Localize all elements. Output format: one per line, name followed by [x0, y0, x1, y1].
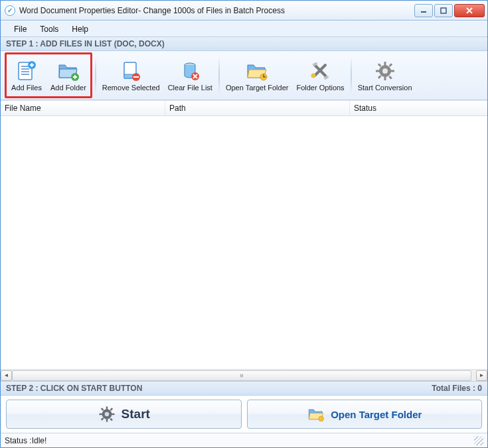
add-files-icon: [15, 60, 38, 82]
toolbar: Add Files Add Folder Remove Selected: [1, 51, 487, 100]
start-conversion-label: Start Conversion: [358, 84, 412, 92]
action-row: Start Open Target Folder: [1, 396, 487, 433]
status-value: Idle!: [32, 436, 47, 445]
add-files-label: Add Files: [11, 84, 42, 92]
svg-rect-24: [377, 63, 381, 67]
total-files-label: Total Files : 0: [142, 384, 482, 393]
svg-rect-26: [388, 63, 392, 67]
add-folder-label: Add Folder: [50, 84, 86, 92]
add-folder-icon: [57, 60, 80, 82]
folder-options-icon: [309, 60, 332, 82]
minimize-icon: [420, 7, 427, 14]
separator-3: [351, 56, 352, 94]
add-files-button[interactable]: Add Files: [7, 56, 46, 95]
svg-point-39: [319, 416, 324, 421]
open-target-folder-label: Open Target Folder: [226, 84, 289, 92]
maximize-icon: [440, 7, 447, 14]
col-file-name[interactable]: File Name: [1, 101, 165, 115]
window: Word Document Properties Editor- Change …: [0, 0, 488, 448]
clear-file-list-icon: [179, 60, 201, 82]
resize-grip[interactable]: [474, 436, 483, 445]
horizontal-scrollbar[interactable]: ◄ ►: [1, 369, 487, 381]
remove-selected-label: Remove Selected: [102, 84, 160, 92]
svg-rect-33: [111, 413, 114, 415]
scroll-thumb[interactable]: [12, 370, 471, 381]
window-title: Word Document Properties Editor- Change …: [19, 6, 413, 15]
open-target-folder-big-icon: [307, 406, 325, 423]
scroll-right-button[interactable]: ►: [476, 370, 487, 381]
separator-2: [218, 56, 220, 94]
open-target-folder-button[interactable]: Open Target Folder: [222, 51, 293, 100]
svg-point-18: [311, 73, 315, 78]
svg-rect-31: [106, 419, 107, 422]
svg-rect-23: [390, 70, 394, 72]
remove-selected-button[interactable]: Remove Selected: [98, 51, 164, 100]
svg-point-38: [104, 412, 109, 417]
open-target-folder-big-button[interactable]: Open Target Folder: [247, 400, 483, 429]
svg-rect-30: [106, 406, 107, 410]
close-icon: [465, 7, 473, 14]
folder-options-button[interactable]: Folder Options: [292, 51, 348, 100]
step2-label: STEP 2 : CLICK ON START BUTTON: [6, 384, 142, 393]
svg-rect-0: [421, 11, 426, 13]
highlighted-group: Add Files Add Folder: [5, 52, 92, 98]
maximize-button[interactable]: [434, 4, 453, 17]
status-label: Status :: [5, 436, 32, 445]
separator-1: [95, 56, 96, 94]
svg-rect-36: [110, 408, 113, 411]
col-path[interactable]: Path: [165, 101, 350, 115]
add-folder-button[interactable]: Add Folder: [46, 56, 90, 95]
titlebar: Word Document Properties Editor- Change …: [1, 1, 487, 21]
open-target-folder-icon: [246, 60, 268, 82]
svg-rect-35: [110, 418, 113, 421]
step1-label: STEP 1 : ADD FILES IN LIST (DOC, DOCX): [6, 39, 165, 48]
minimize-button[interactable]: [414, 4, 433, 17]
step1-header: STEP 1 : ADD FILES IN LIST (DOC, DOCX): [1, 37, 487, 51]
start-conversion-button[interactable]: Start Conversion: [354, 51, 416, 100]
svg-rect-25: [388, 75, 392, 79]
open-target-folder-big-label: Open Target Folder: [331, 409, 422, 420]
svg-rect-32: [99, 413, 102, 415]
folder-options-label: Folder Options: [296, 84, 344, 92]
col-status[interactable]: Status: [350, 101, 487, 115]
close-button[interactable]: [454, 4, 485, 17]
menu-tools[interactable]: Tools: [33, 23, 65, 35]
gear-icon: [374, 60, 396, 82]
menu-help[interactable]: Help: [65, 23, 95, 35]
menubar: File Tools Help: [1, 21, 487, 37]
clear-file-list-label: Clear File List: [168, 84, 212, 92]
svg-rect-21: [384, 76, 386, 80]
start-label: Start: [122, 407, 150, 421]
scroll-left-button[interactable]: ◄: [1, 370, 12, 381]
remove-selected-icon: [120, 60, 142, 82]
scroll-track[interactable]: [12, 370, 476, 381]
svg-rect-1: [441, 8, 446, 13]
svg-point-28: [382, 68, 388, 74]
start-button[interactable]: Start: [6, 400, 242, 429]
file-list[interactable]: [1, 116, 487, 369]
statusbar: Status : Idle!: [1, 433, 487, 447]
app-icon: [5, 5, 15, 16]
step2-header: STEP 2 : CLICK ON START BUTTON Total Fil…: [1, 381, 487, 396]
clear-file-list-button[interactable]: Clear File List: [164, 51, 216, 100]
gear-run-icon: [98, 405, 116, 423]
svg-rect-20: [384, 62, 386, 66]
svg-rect-27: [377, 75, 381, 79]
svg-rect-12: [133, 76, 139, 78]
svg-rect-37: [100, 417, 104, 421]
svg-rect-34: [100, 408, 104, 411]
list-header: File Name Path Status: [1, 100, 487, 116]
svg-rect-22: [376, 70, 380, 72]
menu-file[interactable]: File: [7, 23, 33, 35]
